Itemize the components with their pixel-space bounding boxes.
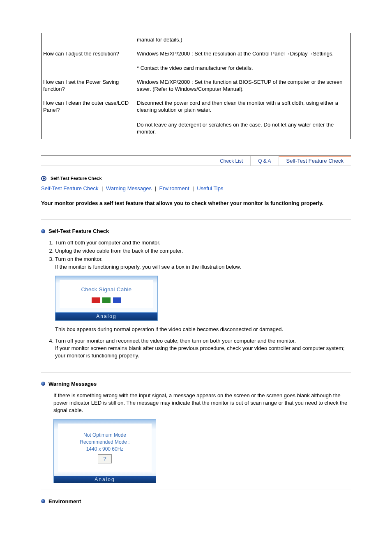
qa-answer-part: Windows ME/XP/2000 : Set the resolution … (137, 50, 349, 58)
box-line: Not Optimum Mode (58, 432, 152, 439)
dot-icon (41, 229, 45, 233)
tab-nav: Check List Q & A Self-Test Feature Check (41, 155, 351, 166)
qa-answer-part: Do not leave any detergent or scratches … (137, 121, 349, 136)
table-row: How can I adjust the resolution? Windows… (42, 47, 351, 75)
section-title: Self-Test Feature Check (51, 176, 102, 181)
bullet-icon (41, 176, 46, 181)
not-optimum-box: Not Optimum Mode Recommended Mode : 1440… (53, 419, 156, 483)
qa-question: How can I set the Power Saving function? (42, 75, 136, 96)
table-row: How can I set the Power Saving function?… (42, 75, 351, 96)
box-line: Recommended Mode : (58, 439, 152, 446)
qa-question: How can I adjust the resolution? (42, 47, 136, 75)
intro-text: Your monitor provides a self test featur… (41, 200, 351, 207)
rgb-squares (60, 297, 153, 303)
qa-answer: Windows ME/XP/2000 : Set the resolution … (135, 47, 351, 75)
tab-q-and-a[interactable]: Q & A (250, 156, 278, 166)
link-useful-tips[interactable]: Useful Tips (197, 185, 223, 191)
subheader-label: Self-Test Feature Check (48, 228, 109, 234)
subheader-label: Environment (48, 498, 81, 504)
qa-answer: Disconnect the power cord and then clean… (135, 96, 351, 139)
mode-bar: Analog (54, 476, 156, 483)
square-blue (113, 297, 121, 303)
qa-question: How can I clean the outer case/LCD Panel… (42, 96, 136, 139)
divider (41, 490, 351, 490)
square-red (92, 297, 100, 303)
section-heading: Self-Test Feature Check (41, 176, 351, 181)
list-item: Turn on the monitor. If the monitor is f… (55, 256, 351, 333)
page-content: manual for details.) How can I adjust th… (0, 0, 392, 526)
link-environment[interactable]: Environment (159, 185, 189, 191)
check-signal-box: Check Signal Cable Analog (55, 276, 158, 321)
subheader-self-test: Self-Test Feature Check (41, 228, 351, 234)
warning-body: If there is something wrong with the inp… (53, 392, 351, 415)
list-item: Turn off your monitor and reconnect the … (55, 337, 351, 360)
tab-self-test[interactable]: Self-Test Feature Check (279, 156, 351, 166)
subheader-label: Warning Messages (48, 381, 97, 387)
divider (41, 372, 351, 373)
qa-answer-part: Disconnect the power cord and then clean… (137, 99, 349, 114)
table-row: How can I clean the outer case/LCD Panel… (42, 96, 351, 139)
link-self-test[interactable]: Self-Test Feature Check (41, 185, 98, 191)
link-warning-messages[interactable]: Warning Messages (106, 185, 152, 191)
tab-check-list[interactable]: Check List (212, 156, 250, 166)
dot-icon (41, 382, 45, 386)
square-green (102, 297, 111, 303)
divider (41, 219, 351, 220)
table-row: manual for details.) (42, 33, 351, 47)
anchor-links: Self-Test Feature Check | Warning Messag… (41, 185, 351, 191)
qa-answer-part: * Contact the video card manufacturer fo… (137, 64, 349, 72)
qa-answer: manual for details.) (135, 33, 351, 47)
subheader-warning: Warning Messages (41, 381, 351, 387)
box-title: Check Signal Cable (60, 286, 153, 293)
list-item: Unplug the video cable from the back of … (55, 247, 351, 255)
qa-question (42, 33, 136, 47)
mode-bar: Analog (55, 312, 157, 320)
qa-table: manual for details.) How can I adjust th… (41, 33, 351, 139)
qa-answer: Windows ME/XP/2000 : Set the function at… (135, 75, 351, 96)
help-button[interactable]: ? (98, 454, 111, 463)
list-item: Turn off both your computer and the moni… (55, 239, 351, 246)
steps-list: Turn off both your computer and the moni… (55, 239, 351, 359)
dot-icon (41, 499, 45, 503)
step-note: This box appears during normal operation… (55, 326, 351, 333)
subheader-environment: Environment (41, 498, 351, 504)
box-line: 1440 x 900 60Hz (58, 446, 152, 453)
